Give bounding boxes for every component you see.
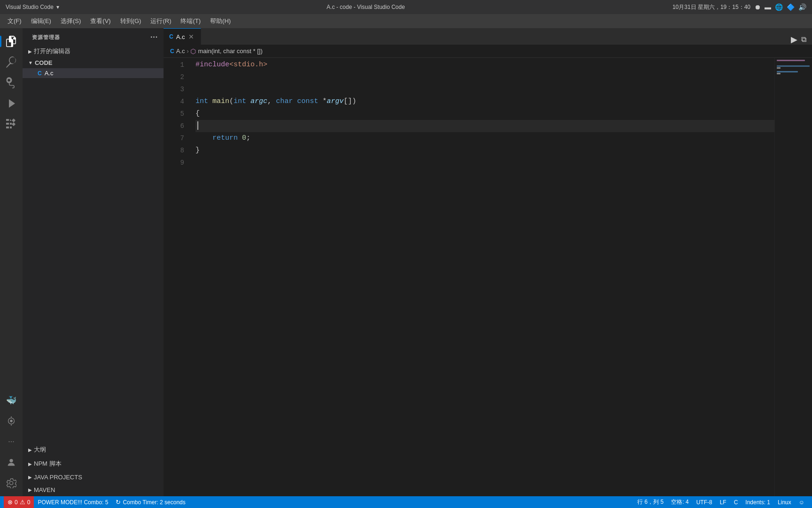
window-title: A.c - code - Visual Studio Code [327,4,405,10]
status-errors[interactable]: ⊗ 0 ⚠ 0 [4,496,34,508]
window-icon: ▬ [765,3,771,11]
status-smiley[interactable]: ☺ [795,499,808,506]
java-chevron: ▶ [28,475,32,480]
breadcrumb-sep1: › [187,48,188,55]
tab-ac[interactable]: C A.c ✕ [164,28,201,45]
int-keyword: int [195,95,208,108]
breadcrumb-symbol[interactable]: main(int, char const * []) [198,48,262,55]
status-encoding[interactable]: UTF-8 [693,499,716,506]
app-dropdown-arrow[interactable]: ▾ [56,4,59,10]
code-line-2 [195,71,774,83]
menu-view[interactable]: 查看(V) [86,15,114,27]
settings-icon[interactable] [2,474,21,492]
semicolon: ; [246,132,250,144]
menu-edit[interactable]: 编辑(E) [27,15,55,27]
code-line-3 [195,83,774,95]
line-ending-label: LF [720,499,726,506]
title-bar: Visual Studio Code ▾ A.c - code - Visual… [0,0,812,14]
argv-param: argv [327,95,344,108]
cursor-indicator [197,120,198,132]
comma1: , [267,95,276,108]
menu-file[interactable]: 文(F) [4,15,25,27]
search-icon[interactable] [2,53,21,71]
remote-icon[interactable] [2,412,21,430]
outline-label: 大纲 [34,445,46,454]
star: * [322,95,327,108]
status-power-mode[interactable]: POWER MODE!!! Combo: 5 [34,496,112,508]
tab-ac-label: A.c [176,33,185,40]
status-line-ending[interactable]: LF [716,499,730,506]
menu-select[interactable]: 选择(S) [57,15,85,27]
open-editors-label: 打开的编辑器 [34,47,70,56]
java-projects-section[interactable]: ▶ JAVA PROJECTS [23,471,164,484]
minimap-line-7 [777,71,798,72]
encoding-label: UTF-8 [696,499,712,506]
status-platform[interactable]: Linux [774,499,795,506]
account-icon[interactable] [2,453,21,472]
open-brace: { [195,108,200,120]
record-icon: ⏺ [754,3,761,11]
breadcrumb-symbol-icon: ⬡ [190,48,196,55]
more-icon[interactable]: ··· [2,432,21,451]
code-folder[interactable]: ▼ CODE [23,57,164,68]
outline-section[interactable]: ▶ 大纲 [23,443,164,457]
spaces-label: 空格: 4 [671,498,688,506]
code-line-6[interactable] [195,120,774,132]
menu-terminal[interactable]: 终端(T) [177,15,204,27]
explorer-icon[interactable] [2,32,21,51]
minimap-line-1 [777,60,805,61]
menu-help[interactable]: 帮助(H) [206,15,234,27]
status-indents[interactable]: Indents: 1 [742,499,774,506]
open-editors-section[interactable]: ▶ 打开的编辑器 [23,45,164,57]
run-debug-icon[interactable] [2,94,21,113]
paren-open: ( [229,95,234,108]
activity-bar: 🐳 ··· [0,28,23,496]
status-combo-timer[interactable]: ↻ Combo Timer: 2 seconds [112,496,189,508]
code-line-1: #include<stdio.h> [195,59,774,71]
menu-goto[interactable]: 转到(G) [117,15,145,27]
code-folder-chevron: ▼ [28,60,33,65]
activity-bar-bottom: 🐳 ··· [2,391,21,492]
error-count: 0 [15,499,18,506]
status-spaces[interactable]: 空格: 4 [667,498,692,506]
file-ac[interactable]: C A.c [23,68,164,78]
status-row-col[interactable]: 行 6，列 5 [633,498,667,506]
tab-close-button[interactable]: ✕ [187,33,195,40]
sidebar: 资源管理器 ··· ▶ 打开的编辑器 ▼ CODE C A.c ▶ 大纲 ▶ N… [23,28,164,496]
main-function: main [212,95,229,108]
docker-icon[interactable]: 🐳 [2,391,21,410]
sidebar-header: 资源管理器 ··· [23,28,164,45]
indents-label: Indents: 1 [745,499,770,506]
sidebar-more-button[interactable]: ··· [150,33,158,41]
argc-param: argc [250,95,267,108]
close-brace: } [195,144,200,157]
run-icon[interactable]: ▶ [791,34,797,45]
status-language[interactable]: C [730,499,742,506]
maven-section[interactable]: ▶ MAVEN [23,484,164,496]
code-editor[interactable]: 1 2 3 4 5 6 7 8 9 #include<stdio.h> [164,58,812,496]
code-line-5: { [195,108,774,120]
zero-literal: 0 [242,132,246,144]
combo-timer-label: Combo Timer: 2 seconds [123,499,185,506]
bluetooth-icon: 🔷 [787,3,795,11]
npm-chevron: ▶ [28,461,32,467]
extensions-icon[interactable] [2,115,21,134]
npm-scripts-section[interactable]: ▶ NPM 脚本 [23,457,164,471]
breadcrumb-file[interactable]: A.c [176,48,185,55]
power-mode-label: POWER MODE!!! Combo: 5 [38,499,108,506]
open-editors-chevron: ▶ [28,49,32,54]
java-label: JAVA PROJECTS [34,474,82,481]
minimap [774,58,812,496]
svg-point-4 [9,459,13,462]
outline-chevron: ▶ [28,447,32,452]
warning-count: 0 [27,499,31,506]
code-content[interactable]: #include<stdio.h> int main ( int argc , [188,58,774,496]
split-editor-icon[interactable]: ⧉ [801,35,806,44]
include-keyword: #include [195,59,229,71]
source-control-icon[interactable] [2,73,21,92]
code-line-8: } [195,144,774,157]
title-bar-left: Visual Studio Code ▾ [6,4,59,10]
title-bar-right: 10月31日 星期六，19：15：40 ⏺ ▬ 🌐 🔷 🔊 [672,3,806,11]
smiley-icon: ☺ [799,499,804,506]
menu-run[interactable]: 运行(R) [147,15,175,27]
